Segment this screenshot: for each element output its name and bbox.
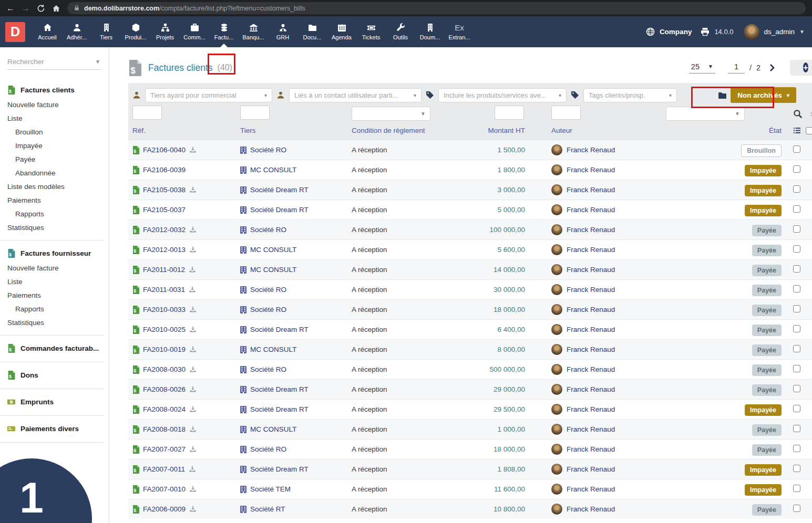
sidebar-item-paiements[interactable]: Paiements bbox=[0, 194, 109, 207]
sidebar-section-factures-fournisseur[interactable]: $Factures fournisseur bbox=[0, 246, 109, 262]
invoice-ref-link[interactable]: FA2008-0030 bbox=[143, 365, 186, 373]
top-menu-item-outils[interactable]: Outils bbox=[386, 16, 415, 47]
invoice-ref-link[interactable]: FA2007-0011 bbox=[143, 465, 185, 473]
top-menu-item-adhr[interactable]: Adhér... bbox=[62, 16, 91, 47]
download-icon[interactable] bbox=[189, 366, 197, 373]
author-link[interactable]: Franck Renaud bbox=[567, 405, 615, 413]
download-icon[interactable] bbox=[189, 446, 197, 453]
next-page-button[interactable] bbox=[768, 64, 776, 72]
top-menu-item-tiers[interactable]: Tiers bbox=[91, 16, 121, 47]
author-link[interactable]: Franck Renaud bbox=[567, 246, 615, 254]
amount-search-input[interactable] bbox=[495, 106, 524, 120]
invoice-ref-link[interactable]: FA2007-0027 bbox=[143, 445, 186, 453]
company-link[interactable]: MC CONSULT bbox=[250, 266, 296, 274]
company-link[interactable]: MC CONSULT bbox=[250, 246, 296, 254]
invoice-ref-link[interactable]: FA2010-0033 bbox=[143, 306, 186, 313]
company-link[interactable]: Société RO bbox=[250, 365, 286, 373]
row-checkbox[interactable] bbox=[793, 145, 800, 153]
company-link[interactable]: Société RO bbox=[250, 445, 286, 453]
address-bar[interactable]: demo.dolibarrstore.com/compta/facture/li… bbox=[67, 2, 806, 14]
sidebar-section-commandes-facturab-[interactable]: $Commandes facturab... bbox=[0, 341, 109, 357]
browser-forward-icon[interactable]: → bbox=[22, 4, 30, 13]
invoice-ref-link[interactable]: FA2007-0010 bbox=[143, 485, 186, 493]
column-header-auteur[interactable]: Auteur bbox=[551, 127, 666, 134]
company-link[interactable]: Société RT bbox=[250, 505, 285, 513]
author-link[interactable]: Franck Renaud bbox=[567, 286, 615, 294]
invoice-ref-link[interactable]: FA2105-0037 bbox=[143, 206, 186, 214]
sidebar-item-nouvelle-facture[interactable]: Nouvelle facture bbox=[0, 262, 109, 275]
new-invoice-button[interactable]: + bbox=[790, 60, 812, 76]
download-icon[interactable] bbox=[189, 346, 197, 353]
sidebar-item-paiements[interactable]: Paiements bbox=[0, 289, 109, 302]
column-header-tiers[interactable]: Tiers bbox=[240, 127, 352, 134]
top-menu-item-docu[interactable]: Docu... bbox=[297, 16, 327, 47]
sidebar-section-emprunts[interactable]: 0Emprunts bbox=[0, 394, 109, 410]
download-icon[interactable] bbox=[189, 246, 197, 254]
sidebar-section-dons[interactable]: $Dons bbox=[0, 368, 109, 383]
company-link[interactable]: Société Dream RT bbox=[250, 186, 309, 194]
company-link[interactable]: Société RO bbox=[250, 286, 286, 294]
author-search-input[interactable] bbox=[551, 106, 581, 120]
list-fields-icon[interactable] bbox=[793, 127, 801, 134]
invoice-ref-link[interactable]: FA2105-0038 bbox=[143, 186, 186, 194]
dolibarr-logo[interactable]: D bbox=[5, 22, 25, 42]
row-checkbox[interactable] bbox=[793, 385, 800, 392]
top-menu-item-produi[interactable]: Produi... bbox=[121, 16, 150, 47]
page-size-select[interactable]: 25▼ bbox=[689, 62, 715, 74]
invoice-ref-link[interactable]: FA2010-0019 bbox=[143, 346, 186, 353]
invoice-ref-link[interactable]: FA2008-0024 bbox=[143, 405, 186, 413]
browser-home-icon[interactable] bbox=[52, 4, 60, 13]
row-checkbox[interactable] bbox=[793, 365, 800, 372]
company-link[interactable]: Société RO bbox=[250, 306, 286, 313]
download-icon[interactable] bbox=[189, 186, 197, 194]
author-link[interactable]: Franck Renaud bbox=[567, 365, 615, 373]
sidebar-item-rapports[interactable]: Rapports bbox=[0, 302, 109, 316]
company-link[interactable]: Société Dream RT bbox=[250, 465, 309, 473]
download-icon[interactable] bbox=[189, 466, 196, 473]
row-checkbox[interactable] bbox=[793, 345, 800, 352]
download-icon[interactable] bbox=[189, 306, 197, 313]
company-link[interactable]: Société RO bbox=[250, 146, 286, 154]
archive-filter-button[interactable]: Non archivés▾ bbox=[731, 87, 796, 103]
company-menu[interactable]: Company bbox=[660, 28, 692, 36]
sidebar-item-nouvelle-facture[interactable]: Nouvelle facture bbox=[0, 98, 109, 112]
sidebar-item-rapports[interactable]: Rapports bbox=[0, 207, 109, 221]
author-link[interactable]: Franck Renaud bbox=[567, 465, 615, 473]
top-menu-item-projets[interactable]: Projets bbox=[150, 16, 180, 47]
select-all-checkbox[interactable] bbox=[806, 127, 812, 134]
invoice-ref-link[interactable]: FA2012-0013 bbox=[143, 246, 186, 254]
company-link[interactable]: Société Dream RT bbox=[250, 405, 309, 413]
user-avatar[interactable] bbox=[744, 24, 759, 40]
download-icon[interactable] bbox=[189, 147, 197, 154]
filter-select-4[interactable]: Tags clients/prosp.▾ bbox=[583, 88, 677, 102]
search-icon[interactable] bbox=[793, 109, 803, 119]
sidebar-item-abandonn-e[interactable]: Abandonnée bbox=[0, 166, 109, 180]
chevron-down-icon[interactable]: ▼ bbox=[799, 29, 805, 35]
invoice-ref-link[interactable]: FA2006-0009 bbox=[143, 505, 186, 513]
sidebar-section-paiements-divers[interactable]: Paiements divers bbox=[0, 421, 109, 437]
clear-filters-icon[interactable]: × bbox=[809, 108, 812, 119]
company-link[interactable]: Société TEM bbox=[250, 485, 291, 493]
author-link[interactable]: Franck Renaud bbox=[567, 186, 615, 194]
column-header--tat[interactable]: État bbox=[769, 127, 782, 134]
invoice-ref-link[interactable]: FA2011-0031 bbox=[143, 286, 185, 294]
download-icon[interactable] bbox=[189, 486, 197, 493]
row-checkbox[interactable] bbox=[793, 265, 800, 273]
top-menu-item-banqu[interactable]: Banqu... bbox=[239, 16, 268, 47]
download-icon[interactable] bbox=[189, 506, 197, 513]
author-link[interactable]: Franck Renaud bbox=[567, 445, 615, 453]
row-checkbox[interactable] bbox=[793, 185, 800, 193]
top-menu-item-accueil[interactable]: Accueil bbox=[33, 16, 62, 47]
download-icon[interactable] bbox=[189, 326, 197, 333]
author-link[interactable]: Franck Renaud bbox=[567, 346, 615, 353]
top-menu-item-doum[interactable]: Doum... bbox=[415, 16, 445, 47]
row-checkbox[interactable] bbox=[793, 245, 800, 253]
author-link[interactable]: Franck Renaud bbox=[567, 146, 615, 154]
row-checkbox[interactable] bbox=[793, 405, 800, 412]
author-link[interactable]: Franck Renaud bbox=[567, 206, 615, 214]
sidebar-item-impay-e[interactable]: Impayée bbox=[0, 139, 109, 153]
company-link[interactable]: Société Dream RT bbox=[250, 326, 309, 333]
top-menu-item-factu[interactable]: Factu... bbox=[209, 16, 239, 47]
row-checkbox[interactable] bbox=[793, 285, 800, 292]
download-icon[interactable] bbox=[189, 426, 197, 433]
